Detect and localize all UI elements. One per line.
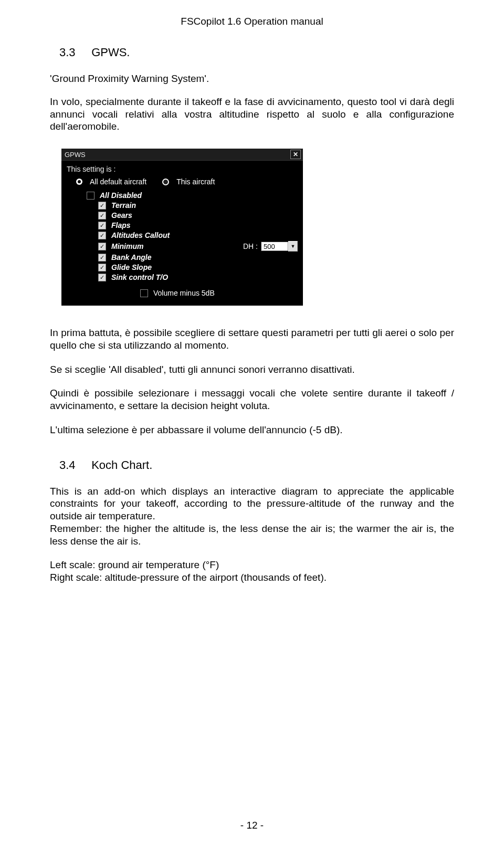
paragraph-koch-remember: Remember: the higher the altitude is, th… <box>50 522 454 548</box>
page-number: - 12 - <box>0 820 504 831</box>
checkbox-gears[interactable]: ✓ <box>98 212 106 219</box>
paragraph-selezionare: Quindi è possibile selezionare i messagg… <box>50 387 454 412</box>
checkbox-all-disabled[interactable] <box>87 192 94 200</box>
page-header: FSCopilot 1.6 Operation manual <box>50 16 454 27</box>
paragraph-left-scale: Left scale: ground air temperature (°F) <box>50 559 454 571</box>
checkbox-flaps-label: Flaps <box>111 221 131 229</box>
gpws-panel: GPWS ✕ This setting is : All default air… <box>61 149 303 306</box>
checkbox-sink-control[interactable]: ✓ <box>98 274 106 281</box>
paragraph-all-disabled: Se si sceglie 'All disabled', tutti gli … <box>50 363 454 376</box>
radio-all-default-label: All default aircraft <box>90 177 146 186</box>
checkbox-flaps[interactable]: ✓ <box>98 222 106 229</box>
checkbox-volume-minus-5db[interactable] <box>140 289 148 297</box>
gpws-window-title: GPWS <box>65 151 86 159</box>
gpws-titlebar: GPWS ✕ <box>61 149 303 161</box>
checkbox-altitudes-callout[interactable]: ✓ <box>98 232 106 239</box>
gpws-setting-label: This setting is : <box>67 165 298 173</box>
paragraph-koch-intro: This is an add-on which displays an inte… <box>50 485 454 522</box>
checkbox-altitudes-callout-label: Altitudes Callout <box>111 231 170 239</box>
checkbox-all-disabled-label: All Disabled <box>100 191 142 200</box>
paragraph-gpws-name: 'Ground Proximity Warning System'. <box>50 72 454 85</box>
checkbox-minimum-label: Minimum <box>111 242 143 250</box>
checkbox-glide-slope[interactable]: ✓ <box>98 264 106 271</box>
checkbox-minimum[interactable]: ✓ <box>98 243 106 250</box>
checkbox-glide-slope-label: Glide Slope <box>111 263 152 271</box>
section-title: GPWS. <box>91 46 130 59</box>
paragraph-gpws-intro: In volo, specialmente durante il takeoff… <box>50 96 454 133</box>
paragraph-prima-battuta: In prima battuta, è possibile scegliere … <box>50 327 454 352</box>
checkbox-bank-angle-label: Bank Angle <box>111 253 152 262</box>
section-number: 3.4 <box>59 458 88 472</box>
section-3-4-heading: 3.4 Koch Chart. <box>59 458 454 472</box>
chevron-down-icon[interactable]: ▼ <box>288 241 298 252</box>
checkbox-gears-label: Gears <box>111 211 132 219</box>
checkbox-bank-angle[interactable]: ✓ <box>98 254 106 262</box>
gpws-screenshot: GPWS ✕ This setting is : All default air… <box>61 149 454 306</box>
radio-this-aircraft[interactable] <box>162 179 169 185</box>
dh-input[interactable]: 500 <box>261 242 288 251</box>
section-number: 3.3 <box>59 46 88 59</box>
checkbox-terrain-label: Terrain <box>111 201 136 210</box>
radio-all-default-aircraft[interactable] <box>76 179 82 185</box>
paragraph-ultima-selezione: L'ultima selezione è per abbassare il vo… <box>50 424 454 436</box>
checkbox-terrain[interactable]: ✓ <box>98 202 106 210</box>
checkbox-sink-control-label: Sink control T/O <box>111 273 168 281</box>
paragraph-right-scale: Right scale: altitude-pressure of the ai… <box>50 571 454 584</box>
checkbox-volume-label: Volume minus 5dB <box>153 289 215 297</box>
section-3-3-heading: 3.3 GPWS. <box>59 46 454 59</box>
close-icon[interactable]: ✕ <box>290 150 301 159</box>
section-title: Koch Chart. <box>91 458 152 472</box>
dh-label: DH : <box>243 242 258 250</box>
radio-this-aircraft-label: This aircraft <box>176 177 215 186</box>
